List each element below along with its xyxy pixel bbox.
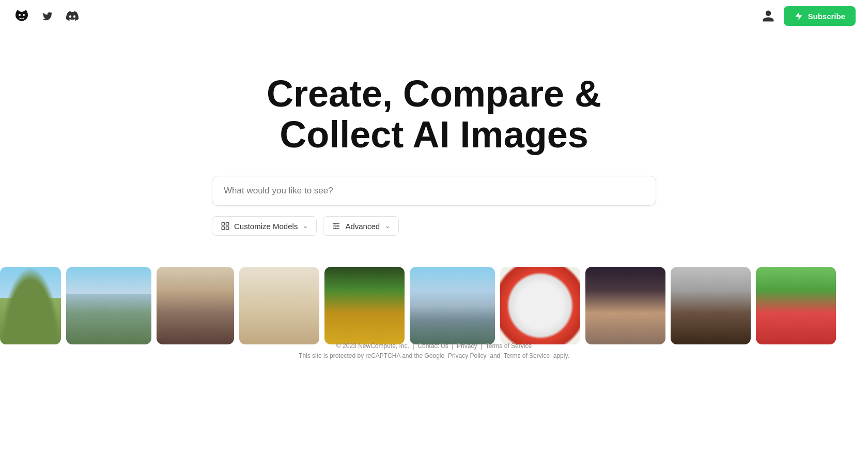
image-gallery [0, 267, 868, 350]
advanced-button[interactable]: Advanced ⌄ [323, 216, 399, 236]
footer: © 2023 NewCompute, Inc. | Contact Us | P… [0, 341, 868, 361]
search-input[interactable] [224, 186, 644, 196]
gallery-image [756, 267, 836, 344]
terms-of-service-link[interactable]: Terms of Service [504, 352, 550, 359]
gallery-item[interactable] [500, 267, 580, 344]
navbar: Subscribe [0, 0, 868, 32]
svg-rect-3 [226, 223, 229, 225]
privacy-link[interactable]: Privacy [457, 342, 477, 350]
logo-icon[interactable] [12, 7, 31, 25]
svg-point-9 [334, 223, 336, 224]
search-input-wrapper [212, 176, 656, 206]
gallery-item[interactable] [157, 267, 234, 344]
discord-icon[interactable] [64, 8, 81, 24]
search-container [212, 176, 656, 206]
gallery-item[interactable] [0, 267, 61, 344]
user-icon[interactable] [759, 7, 778, 25]
gallery-image [324, 267, 405, 344]
twitter-icon[interactable] [39, 8, 56, 24]
customize-models-button[interactable]: Customize Models ⌄ [212, 216, 317, 236]
gallery-image [410, 267, 495, 344]
advanced-chevron-icon: ⌄ [385, 222, 390, 230]
svg-point-10 [337, 225, 339, 227]
nav-left [12, 7, 81, 25]
customize-models-label: Customize Models [234, 222, 298, 231]
gallery-image [0, 267, 61, 344]
privacy-policy-link[interactable]: Privacy Policy [448, 352, 487, 359]
contact-us-link[interactable]: Contact Us [417, 342, 448, 350]
gallery-image [157, 267, 234, 344]
gallery-item[interactable] [410, 267, 495, 344]
gallery-image [585, 267, 665, 344]
svg-rect-2 [222, 223, 224, 225]
nav-right: Subscribe [759, 6, 856, 26]
subscribe-button[interactable]: Subscribe [784, 6, 856, 26]
footer-and: and [490, 352, 500, 359]
gallery-image [239, 267, 319, 344]
footer-copyright-line: © 2023 NewCompute, Inc. | Contact Us | P… [0, 341, 868, 351]
svg-point-1 [23, 14, 25, 16]
subscribe-label: Subscribe [808, 12, 845, 21]
terms-link[interactable]: Terms of Service [486, 342, 532, 350]
gallery-item[interactable] [66, 267, 151, 344]
svg-point-11 [335, 228, 336, 229]
svg-rect-4 [222, 227, 224, 230]
gallery-item[interactable] [324, 267, 405, 344]
footer-recaptcha-line: This site is protected by reCAPTCHA and … [0, 351, 868, 361]
gallery-item[interactable] [671, 267, 751, 344]
advanced-label: Advanced [345, 222, 380, 231]
recaptcha-text: This site is protected by reCAPTCHA and … [299, 352, 444, 359]
gallery-item[interactable] [756, 267, 836, 344]
gallery-item[interactable] [239, 267, 319, 344]
footer-apply: apply. [553, 352, 569, 359]
svg-rect-5 [226, 227, 229, 230]
customize-chevron-icon: ⌄ [303, 222, 308, 230]
hero-title: Create, Compare &Collect AI Images [267, 73, 601, 155]
controls-row: Customize Models ⌄ Advanced ⌄ [212, 216, 656, 236]
gallery-item[interactable] [585, 267, 665, 344]
gallery-image [500, 267, 580, 344]
hero-section: Create, Compare &Collect AI Images Custo… [0, 32, 868, 256]
svg-point-0 [19, 14, 21, 16]
gallery-image [66, 267, 151, 344]
copyright-text: © 2023 NewCompute, Inc. [336, 342, 409, 350]
gallery-image [671, 267, 751, 344]
